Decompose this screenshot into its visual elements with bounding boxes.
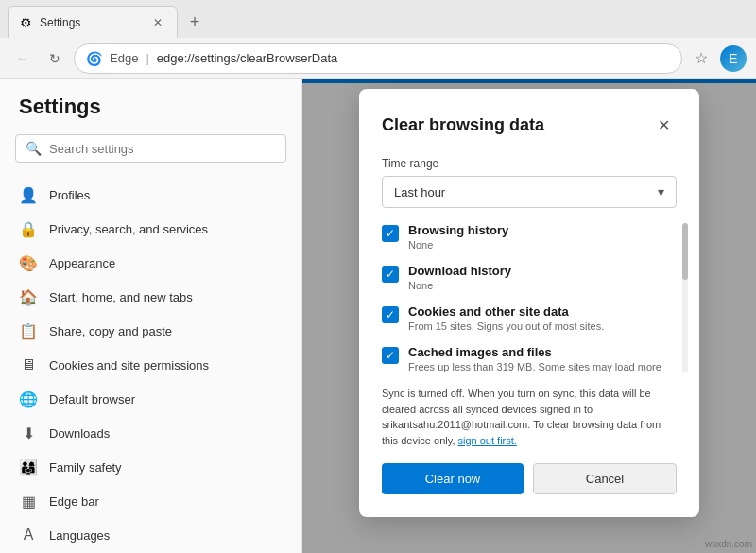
- sidebar-item-languages[interactable]: A Languages: [0, 518, 301, 552]
- privacy-icon: 🔒: [19, 219, 38, 238]
- sidebar-item-profiles[interactable]: 👤 Profiles: [0, 178, 301, 212]
- tab-bar: ⚙ Settings ✕ +: [0, 0, 756, 38]
- tab-close-button[interactable]: ✕: [150, 15, 165, 30]
- search-icon: 🔍: [26, 141, 42, 156]
- search-input[interactable]: [49, 142, 276, 156]
- cookies-icon: 🖥: [19, 355, 38, 374]
- share-icon: 📋: [19, 321, 38, 340]
- checkbox-title-browsing: Browsing history: [408, 223, 677, 237]
- time-range-dropdown[interactable]: Last hour ▾: [382, 176, 677, 208]
- languages-icon: A: [19, 526, 38, 544]
- clear-browsing-modal: Clear browsing data ✕ Time range Last ho…: [359, 89, 699, 517]
- new-tab-button[interactable]: +: [181, 9, 208, 35]
- sidebar-item-downloads[interactable]: ⬇ Downloads: [0, 416, 301, 450]
- sidebar-item-label-downloads: Downloads: [49, 426, 110, 441]
- clear-now-button[interactable]: Clear now: [382, 463, 524, 494]
- checkbox-desc-cookies: From 15 sites. Signs you out of most sit…: [408, 320, 677, 332]
- modal-header: Clear browsing data ✕: [382, 112, 677, 138]
- nav-items-list: 👤 Profiles 🔒 Privacy, search, and servic…: [0, 178, 301, 553]
- main-content: Clear browsing data ✕ Time range Last ho…: [302, 79, 756, 553]
- checkbox-content-cached: Cached images and files Frees up less th…: [408, 345, 677, 372]
- checkbox-title-download: Download history: [408, 264, 677, 278]
- time-range-label: Time range: [382, 157, 677, 170]
- sidebar-item-appearance[interactable]: 🎨 Appearance: [0, 246, 301, 280]
- sidebar-item-label-start: Start, home, and new tabs: [49, 290, 193, 304]
- checkbox-content-cookies: Cookies and other site data From 15 site…: [408, 304, 677, 332]
- sidebar-item-label-privacy: Privacy, search, and services: [49, 222, 208, 236]
- sidebar-title: Settings: [0, 95, 301, 134]
- checkbox-check-browsing: ✓: [386, 227, 395, 240]
- sidebar-item-family[interactable]: 👨‍👩‍👧 Family safety: [0, 450, 301, 484]
- sidebar-item-label-profiles: Profiles: [49, 188, 90, 202]
- checkbox-title-cached: Cached images and files: [408, 345, 677, 359]
- tab-title: Settings: [40, 16, 143, 29]
- checkbox-cookies[interactable]: ✓: [382, 306, 399, 323]
- sidebar-item-share[interactable]: 📋 Share, copy and paste: [0, 314, 301, 348]
- checkbox-download[interactable]: ✓: [382, 266, 399, 283]
- sync-notice-text: Sync is turned off. When you turn on syn…: [382, 388, 661, 446]
- sidebar-item-label-edgebar: Edge bar: [49, 494, 99, 509]
- checkbox-check-download: ✓: [386, 268, 395, 281]
- checkbox-list: ✓ Browsing history None ✓ Download histo…: [382, 223, 677, 372]
- downloads-icon: ⬇: [19, 423, 38, 442]
- default-icon: 🌐: [19, 389, 38, 408]
- modal-title: Clear browsing data: [382, 115, 544, 135]
- checkbox-check-cached: ✓: [386, 349, 395, 362]
- checkbox-desc-browsing: None: [408, 239, 677, 251]
- sidebar-item-label-cookies: Cookies and site permissions: [49, 358, 209, 372]
- modal-close-button[interactable]: ✕: [650, 112, 677, 138]
- checkbox-check-cookies: ✓: [386, 308, 395, 321]
- checkbox-item-download[interactable]: ✓ Download history None: [382, 264, 677, 291]
- sync-notice: Sync is turned off. When you turn on syn…: [382, 386, 677, 448]
- sidebar-item-start[interactable]: 🏠 Start, home, and new tabs: [0, 280, 301, 314]
- sidebar-item-cookies[interactable]: 🖥 Cookies and site permissions: [0, 348, 301, 382]
- sidebar-item-label-default: Default browser: [49, 392, 135, 406]
- address-favicon-icon: 🌀: [86, 51, 102, 66]
- tab-favicon-icon: ⚙: [20, 15, 32, 30]
- modal-overlay: Clear browsing data ✕ Time range Last ho…: [302, 79, 756, 553]
- checkbox-browsing[interactable]: ✓: [382, 225, 399, 242]
- sidebar-item-default[interactable]: 🌐 Default browser: [0, 382, 301, 416]
- address-bar[interactable]: 🌀 Edge | edge://settings/clearBrowserDat…: [74, 43, 682, 74]
- appearance-icon: 🎨: [19, 253, 38, 272]
- checkbox-desc-cached: Frees up less than 319 MB. Some sites ma…: [408, 361, 677, 372]
- browser-chrome: ⚙ Settings ✕ + ← ↻ 🌀 Edge | edge://setti…: [0, 0, 756, 79]
- time-range-value: Last hour: [394, 185, 445, 199]
- checkboxes-container: ✓ Browsing history None ✓ Download histo…: [382, 223, 677, 372]
- sidebar: Settings 🔍 👤 Profiles 🔒 Privacy, search,…: [0, 79, 302, 553]
- search-box[interactable]: 🔍: [15, 134, 286, 163]
- scroll-thumb[interactable]: [682, 223, 688, 280]
- sidebar-item-label-appearance: Appearance: [49, 256, 115, 270]
- sidebar-item-label-languages: Languages: [49, 528, 110, 543]
- checkbox-content-download: Download history None: [408, 264, 677, 291]
- family-icon: 👨‍👩‍👧: [19, 458, 38, 476]
- checkbox-item-browsing[interactable]: ✓ Browsing history None: [382, 223, 677, 251]
- cancel-button[interactable]: Cancel: [533, 463, 677, 494]
- checkbox-item-cached[interactable]: ✓ Cached images and files Frees up less …: [382, 345, 677, 372]
- address-url: edge://settings/clearBrowserData: [157, 51, 337, 65]
- settings-page: Settings 🔍 👤 Profiles 🔒 Privacy, search,…: [0, 79, 756, 553]
- checkbox-content-browsing: Browsing history None: [408, 223, 677, 251]
- edgebar-icon: ▦: [19, 492, 38, 510]
- settings-tab[interactable]: ⚙ Settings ✕: [8, 6, 178, 38]
- sidebar-item-privacy[interactable]: 🔒 Privacy, search, and services: [0, 212, 301, 246]
- sidebar-item-edgebar[interactable]: ▦ Edge bar: [0, 484, 301, 518]
- checkbox-cached[interactable]: ✓: [382, 347, 399, 364]
- address-domain: Edge: [110, 51, 138, 65]
- edge-profile-icon[interactable]: E: [720, 45, 747, 72]
- back-button[interactable]: ←: [9, 45, 36, 72]
- sidebar-item-label-share: Share, copy and paste: [49, 324, 172, 338]
- checkbox-item-cookies[interactable]: ✓ Cookies and other site data From 15 si…: [382, 304, 677, 332]
- watermark: wsxdn.com: [705, 539, 752, 549]
- profiles-icon: 👤: [19, 185, 38, 204]
- sync-link[interactable]: sign out first.: [458, 435, 517, 446]
- modal-actions: Clear now Cancel: [382, 463, 677, 494]
- checkbox-title-cookies: Cookies and other site data: [408, 304, 677, 319]
- dropdown-arrow-icon: ▾: [658, 184, 664, 199]
- favorites-button[interactable]: ☆: [688, 45, 714, 72]
- sidebar-item-label-family: Family safety: [49, 460, 122, 475]
- address-separator: |: [146, 51, 148, 65]
- nav-bar: ← ↻ 🌀 Edge | edge://settings/clearBrowse…: [0, 38, 756, 79]
- refresh-button[interactable]: ↻: [42, 45, 68, 72]
- checkbox-desc-download: None: [408, 280, 677, 291]
